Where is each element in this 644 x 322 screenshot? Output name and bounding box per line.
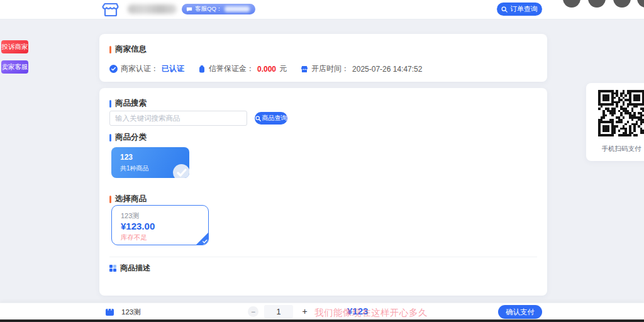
qq-number-blurred bbox=[225, 6, 250, 12]
confirm-pay-button[interactable]: 确认支付 bbox=[498, 305, 542, 319]
quantity-increase-button[interactable]: + bbox=[299, 306, 310, 316]
cart-item-name: 123测 bbox=[121, 308, 141, 317]
section-bar bbox=[109, 196, 111, 203]
watermark-text: 我们能像现在这样开心多久 bbox=[314, 307, 428, 319]
product-name: 123测 bbox=[121, 211, 139, 221]
money-bag-icon bbox=[198, 65, 206, 73]
blurred-avatar-circle bbox=[613, 0, 631, 8]
blurred-avatar-circle bbox=[588, 0, 606, 8]
qr-caption: 手机扫码支付 bbox=[586, 145, 644, 153]
shopping-bag-icon bbox=[105, 306, 114, 319]
merchant-deposit-item: 信誉保证金： 0.000 元 bbox=[198, 64, 287, 74]
section-bar bbox=[109, 134, 111, 142]
product-card[interactable]: 123测 ¥123.00 库存不足 bbox=[111, 205, 209, 245]
category-count: 共1种商品 bbox=[120, 164, 149, 173]
search-icon bbox=[501, 6, 508, 13]
verified-badge-icon bbox=[109, 65, 118, 73]
order-query-button[interactable]: 订单查询 bbox=[497, 3, 542, 16]
merchant-info-title: 商家信息 bbox=[109, 44, 147, 55]
deposit-unit: 元 bbox=[279, 64, 287, 74]
quantity-input[interactable] bbox=[264, 305, 293, 318]
product-description-title: 商品描述 bbox=[109, 263, 150, 274]
product-search-title: 商品搜索 bbox=[109, 98, 147, 109]
shop-icon bbox=[301, 65, 308, 73]
main-card: 商品搜索 商品查询 商品分类 123 共1种商品 选择商品 123测 ¥123.… bbox=[99, 88, 547, 296]
grid-icon bbox=[109, 265, 116, 272]
merchant-cert-item: 商家认证： 已认证 bbox=[109, 64, 184, 74]
product-selected-check-icon bbox=[202, 238, 208, 244]
product-search-button[interactable]: 商品查询 bbox=[255, 112, 287, 125]
qr-code bbox=[598, 90, 644, 136]
service-qq-label: 客服QQ： bbox=[195, 5, 222, 13]
cert-label: 商家认证： bbox=[121, 64, 158, 74]
bottom-checkout-bar: 123测 − + 我们能像现在这样开心多久 ¥123 确认支付 bbox=[0, 303, 644, 319]
seller-service-button[interactable]: 卖家客服 bbox=[1, 60, 28, 74]
category-selected-check-icon bbox=[173, 164, 189, 178]
blurred-avatar-circle bbox=[563, 0, 580, 8]
qr-payment-card: 手机扫码支付 bbox=[586, 83, 644, 161]
merchant-info-card: 商家信息 商家认证： 已认证 信誉保证金： 0.000 元 开店时间： 2025… bbox=[99, 34, 547, 82]
merchant-info-row: 商家认证： 已认证 信誉保证金： 0.000 元 开店时间： 2025-07-2… bbox=[109, 64, 422, 74]
product-category-title: 商品分类 bbox=[109, 132, 147, 143]
open-time-value: 2025-07-26 14:47:52 bbox=[352, 65, 422, 74]
quantity-decrease-button[interactable]: − bbox=[248, 306, 258, 317]
deposit-value: 0.000 bbox=[257, 65, 276, 74]
select-product-title: 选择商品 bbox=[109, 194, 147, 204]
deposit-label: 信誉保证金： bbox=[209, 64, 254, 74]
category-name: 123 bbox=[120, 153, 133, 162]
product-search-button-label: 商品查询 bbox=[262, 114, 287, 123]
cert-value: 已认证 bbox=[162, 64, 184, 74]
search-icon bbox=[255, 116, 261, 121]
order-query-label: 订单查询 bbox=[510, 4, 538, 14]
product-price: ¥123.00 bbox=[121, 221, 155, 231]
divider bbox=[109, 257, 537, 257]
bottom-dark-strip bbox=[0, 319, 644, 322]
blurred-avatar-circle bbox=[637, 0, 644, 8]
service-qq-badge[interactable]: 客服QQ： bbox=[182, 4, 255, 14]
product-stock-status: 库存不足 bbox=[121, 233, 147, 242]
complain-merchant-button[interactable]: 投诉商家 bbox=[1, 40, 28, 53]
storefront-logo-icon bbox=[102, 2, 119, 18]
product-search-input[interactable] bbox=[109, 111, 247, 126]
open-time-label: 开店时间： bbox=[311, 64, 349, 74]
shop-name-blurred bbox=[128, 4, 177, 14]
chat-icon bbox=[186, 6, 192, 13]
section-bar bbox=[109, 100, 111, 108]
category-card[interactable]: 123 共1种商品 bbox=[111, 147, 189, 178]
merchant-open-time-item: 开店时间： 2025-07-26 14:47:52 bbox=[301, 64, 422, 74]
top-header: 客服QQ： 订单查询 bbox=[0, 0, 644, 19]
total-price: ¥123 bbox=[347, 306, 368, 316]
section-bar bbox=[109, 46, 111, 53]
